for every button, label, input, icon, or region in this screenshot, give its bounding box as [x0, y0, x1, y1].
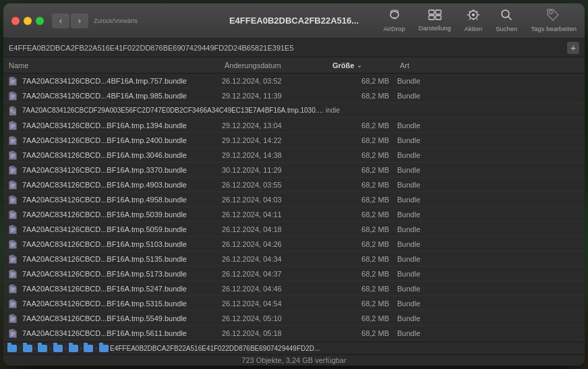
airdrop-label: AirDrop: [383, 25, 405, 32]
breadcrumb-arrow: ›: [65, 345, 67, 351]
col-header-type[interactable]: Art: [397, 61, 582, 69]
file-list[interactable]: 7AA20AC834126CBCD...4BF16A.tmp.757.bundl…: [3, 74, 585, 341]
file-icon: [6, 282, 20, 295]
view-button[interactable]: Darstellung: [419, 9, 451, 32]
file-date: 26.12.2024, 04:54: [222, 300, 330, 308]
table-row[interactable]: 7AA20AC834126CBCD...BF16A.tmp.5039.bundl…: [3, 207, 585, 222]
window-title: E4FFEA0B2DBCA2FB22A516...: [229, 16, 359, 26]
file-type: Bundle: [397, 166, 582, 174]
path-add-button[interactable]: +: [567, 42, 579, 54]
table-row[interactable]: 7AA20AC834126CBCD...BF16A.tmp.2400.bundl…: [3, 133, 585, 148]
table-row[interactable]: 7AA20AC834126CBCD...BF16A.tmp.4903.bundl…: [3, 177, 585, 192]
table-row[interactable]: 7AA20AC834126CBCD...BF16A.tmp.5611.bundl…: [3, 326, 585, 341]
file-size: 68,2 MB: [330, 181, 397, 189]
file-name: 7AA20AC834126CBCD...BF16A.tmp.5611.bundl…: [22, 329, 222, 337]
tags-button[interactable]: Tags bearbeiten: [531, 9, 577, 32]
file-date: 26.12.2024, 03:52: [222, 77, 330, 85]
file-icon: [6, 252, 20, 266]
traffic-lights: [11, 17, 44, 25]
table-row[interactable]: 7AA20AC834126CBCD...BF16A.tmp.3046.bundl…: [3, 148, 585, 163]
file-icon: [6, 74, 20, 88]
nav-buttons: ‹ ›: [52, 13, 88, 28]
path-text: E4FFEA0B2DBCA2FB22A516E41F022DD876BE6907…: [9, 44, 567, 52]
table-row[interactable]: 7AA20AC834126CBCD...BF16A.tmp.1394.bundl…: [3, 118, 585, 133]
maximize-button[interactable]: [36, 17, 44, 25]
file-name: 7AA20AC834126CBCD...BF16A.tmp.4958.bundl…: [22, 196, 222, 204]
table-row[interactable]: 7AA20AC834126CBCD...BF16A.tmp.5103.bundl…: [3, 237, 585, 252]
file-date: 29.12.2024, 14:38: [222, 151, 330, 159]
svg-rect-4: [436, 16, 441, 20]
table-row[interactable]: 7AA20AC834126CBCD...BF16A.tmp.4958.bundl…: [3, 192, 585, 207]
file-name: 7AA20AC834126CBCD...BF16A.tmp.5315.bundl…: [22, 300, 222, 308]
table-row[interactable]: 7AA20AC834126CBCD...4BF16A.tmp.757.bundl…: [3, 74, 585, 88]
file-date: 29.12.2024, 13:04: [222, 121, 330, 130]
svg-rect-2: [436, 10, 441, 14]
action-icon: [467, 9, 480, 24]
breadcrumb-folder-icon: [53, 345, 63, 352]
breadcrumb-arrow: ›: [34, 345, 36, 351]
col-header-date[interactable]: Änderungsdatum: [222, 61, 330, 69]
file-date: 26.12.2024, 04:26: [222, 240, 330, 248]
file-type: Bundle: [397, 151, 582, 159]
table-row[interactable]: 7AA20AC834126CBCD...BF16A.tmp.3370.bundl…: [3, 163, 585, 177]
table-row[interactable]: 7AA20AC834126CBCDF29A003E56FC2D747E0DB2C…: [3, 103, 585, 118]
breadcrumb-item[interactable]: [23, 345, 32, 352]
file-size: 68,2 MB: [330, 92, 397, 100]
breadcrumb-folder-icon: [7, 345, 17, 352]
file-date: 26.12.2024, 04:37: [222, 270, 330, 278]
view-icon: [428, 9, 442, 24]
file-icon: [6, 134, 20, 147]
breadcrumb-item[interactable]: [69, 345, 78, 352]
file-icon: [6, 148, 20, 162]
file-name: 7AA20AC834126CBCD...BF16A.tmp.5039.bundl…: [22, 210, 222, 219]
file-icon: [6, 163, 20, 177]
table-row[interactable]: 7AA20AC834126CBCD...BF16A.tmp.5059.bundl…: [3, 222, 585, 237]
table-row[interactable]: 7AA20AC834126CBCD...BF16A.tmp.5549.bundl…: [3, 311, 585, 326]
file-icon: [6, 208, 20, 221]
file-date: 26.12.2024, 04:34: [222, 255, 330, 263]
table-row[interactable]: 7AA20AC834126CBCD...BF16A.tmp.5247.bundl…: [3, 281, 585, 296]
file-size: 68,2 MB: [330, 210, 397, 219]
breadcrumb-item[interactable]: [99, 345, 109, 352]
breadcrumb-item[interactable]: [84, 345, 93, 352]
file-size: 68,2 MB: [330, 166, 397, 174]
table-row[interactable]: 7AA20AC834126CBCD...4BF16A.tmp.985.bundl…: [3, 88, 585, 103]
table-row[interactable]: 7AA20AC834126CBCD...BF16A.tmp.5173.bundl…: [3, 266, 585, 281]
status-text: 723 Objekte, 3,24 GB verfügbar: [241, 356, 346, 364]
file-type: Bundle: [397, 92, 582, 100]
file-type: Bundle: [397, 285, 582, 293]
file-size: 68,2 MB: [330, 314, 397, 322]
file-size: 68,2 MB: [330, 329, 397, 337]
breadcrumb-item[interactable]: [7, 345, 17, 352]
file-date: 26.12.2024, 03:55: [222, 181, 330, 189]
back-button[interactable]: ‹: [52, 13, 69, 28]
action-button[interactable]: Aktion: [465, 9, 482, 32]
file-type: Bundle: [397, 329, 582, 337]
table-row[interactable]: 7AA20AC834126CBCD...BF16A.tmp.5315.bundl…: [3, 296, 585, 311]
close-button[interactable]: [11, 17, 20, 25]
finder-window: ‹ › Zurück/Vorwärts E4FFEA0B2DBCA2FB22A5…: [3, 3, 585, 366]
file-size: 68,2 MB: [330, 255, 397, 263]
col-header-size[interactable]: Größe ⌄: [330, 61, 397, 69]
file-date: 26.12.2024, 04:46: [222, 285, 330, 293]
search-button[interactable]: Suchen: [496, 9, 517, 32]
breadcrumb-folder-icon: [69, 345, 78, 352]
file-icon: [6, 178, 20, 192]
table-row[interactable]: 7AA20AC834126CBCD...BF16A.tmp.5135.bundl…: [3, 252, 585, 266]
airdrop-button[interactable]: AirDrop: [383, 9, 405, 32]
file-type: Bundle: [397, 240, 582, 248]
breadcrumb-item[interactable]: [38, 345, 47, 352]
col-header-name[interactable]: Name: [6, 61, 222, 69]
file-type: Bundle: [397, 181, 582, 189]
tags-icon: [547, 9, 560, 24]
file-type-indie: indie: [326, 107, 340, 114]
breadcrumb-path-text: E4FFEA0B2DBCA2FB22A516E41F022DD876BE6907…: [110, 345, 320, 352]
file-type: Bundle: [397, 210, 582, 219]
file-size: 68,2 MB: [330, 151, 397, 159]
minimize-button[interactable]: [24, 17, 32, 25]
forward-button[interactable]: ›: [71, 13, 88, 28]
file-name: 7AA20AC834126CBCD...4BF16A.tmp.757.bundl…: [22, 77, 222, 85]
breadcrumb-item[interactable]: [53, 345, 63, 352]
file-icon: [6, 193, 20, 206]
file-size: 68,2 MB: [330, 285, 397, 293]
